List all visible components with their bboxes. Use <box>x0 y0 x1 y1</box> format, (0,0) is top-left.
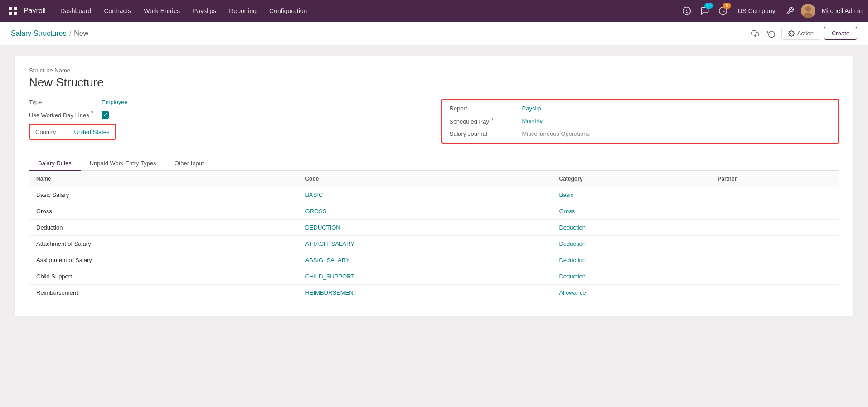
table-header-row: Name Code Category Partner <box>29 171 839 187</box>
main-content: Structure Name Type Employee Use Worked … <box>0 45 868 407</box>
svg-point-5 <box>687 12 688 13</box>
scheduled-pay-label: Scheduled Pay ? <box>450 117 522 125</box>
cell-category: Gross <box>552 203 710 220</box>
tab-other-input[interactable]: Other Input <box>165 156 213 171</box>
cell-partner <box>710 236 839 252</box>
right-highlight-box: Report Payslip Scheduled Pay ? Monthly S… <box>441 99 839 144</box>
structure-name-label: Structure Name <box>29 67 839 74</box>
settings-icon[interactable] <box>783 4 797 18</box>
support-icon[interactable] <box>679 4 694 18</box>
col-header-category: Category <box>552 171 710 187</box>
activity-icon[interactable]: 40 <box>716 4 730 18</box>
tab-salary-rules[interactable]: Salary Rules <box>29 156 81 171</box>
action-button[interactable]: Action <box>781 27 820 40</box>
chat-icon[interactable]: 17 <box>698 4 712 18</box>
salary-journal-value[interactable]: Miscellaneous Operations <box>522 130 590 137</box>
breadcrumb-current: New <box>74 29 88 38</box>
svg-rect-0 <box>9 7 12 10</box>
svg-point-11 <box>790 33 792 34</box>
discard-button[interactable] <box>765 27 778 40</box>
country-highlight-box: Country United States <box>29 124 116 140</box>
cell-name: Child Support <box>29 268 298 285</box>
scheduled-pay-value[interactable]: Monthly <box>522 118 543 124</box>
report-label: Report <box>450 105 522 112</box>
form-two-column: Type Employee Use Worked Day Lines ? Cou… <box>29 99 839 145</box>
cell-name: Attachment of Salary <box>29 236 298 252</box>
cell-name: Assignment of Salary <box>29 252 298 268</box>
cell-name: Basic Salary <box>29 187 298 203</box>
worked-day-lines-field-row: Use Worked Day Lines ? <box>29 111 427 119</box>
scheduled-pay-field-row: Scheduled Pay ? Monthly <box>450 117 831 125</box>
create-button[interactable]: Create <box>824 27 857 40</box>
country-field-row: Country United States <box>29 124 427 140</box>
worked-day-lines-checkbox[interactable] <box>102 111 109 119</box>
worked-day-help-icon[interactable]: ? <box>91 111 93 116</box>
breadcrumb-bar: Salary Structures / New Action Create <box>0 22 868 45</box>
nav-dashboard[interactable]: Dashboard <box>55 5 97 17</box>
breadcrumb-actions: Action Create <box>749 27 857 40</box>
app-name: Payroll <box>24 7 46 15</box>
breadcrumb-parent[interactable]: Salary Structures <box>11 29 67 38</box>
cell-category: Deduction <box>552 236 710 252</box>
svg-rect-1 <box>14 7 17 10</box>
save-manually-button[interactable] <box>749 27 761 40</box>
breadcrumb: Salary Structures / New <box>11 29 88 38</box>
type-field-row: Type Employee <box>29 99 427 105</box>
user-name: Mitchell Admin <box>822 7 863 14</box>
salary-journal-field-row: Salary Journal Miscellaneous Operations <box>450 130 831 137</box>
activity-badge: 40 <box>723 3 731 9</box>
avatar[interactable] <box>801 4 815 18</box>
cell-category: Deduction <box>552 268 710 285</box>
cell-code: GROSS <box>298 203 552 220</box>
cell-name: Gross <box>29 203 298 220</box>
type-value[interactable]: Employee <box>102 99 128 105</box>
top-navigation: Payroll Dashboard Contracts Work Entries… <box>0 0 868 22</box>
salary-rules-table: Name Code Category Partner Basic SalaryB… <box>29 171 839 301</box>
cell-partner <box>710 268 839 285</box>
nav-work-entries[interactable]: Work Entries <box>138 5 185 17</box>
country-value[interactable]: United States <box>74 129 110 135</box>
table-row[interactable]: DeductionDEDUCTIONDeduction <box>29 220 839 236</box>
table-row[interactable]: Assignment of SalaryASSIG_SALARYDeductio… <box>29 252 839 268</box>
form-right-column: Report Payslip Scheduled Pay ? Monthly S… <box>441 99 839 145</box>
nav-contracts[interactable]: Contracts <box>98 5 136 17</box>
cell-category: Basic <box>552 187 710 203</box>
worked-day-lines-label: Use Worked Day Lines ? <box>29 111 102 119</box>
cell-category: Deduction <box>552 252 710 268</box>
nav-reporting[interactable]: Reporting <box>223 5 262 17</box>
nav-payslips[interactable]: Payslips <box>187 5 222 17</box>
cell-partner <box>710 187 839 203</box>
cell-code: CHILD_SUPPORT <box>298 268 552 285</box>
report-value[interactable]: Payslip <box>522 105 541 112</box>
app-grid-icon[interactable] <box>5 4 20 18</box>
salary-journal-label: Salary Journal <box>450 130 522 137</box>
cell-partner <box>710 203 839 220</box>
svg-point-8 <box>805 6 811 12</box>
col-header-partner: Partner <box>710 171 839 187</box>
table-row[interactable]: Child SupportCHILD_SUPPORTDeduction <box>29 268 839 285</box>
form-left-column: Type Employee Use Worked Day Lines ? Cou… <box>29 99 427 145</box>
cell-code: BASIC <box>298 187 552 203</box>
structure-name-field: Structure Name <box>29 67 839 90</box>
table-row[interactable]: Attachment of SalaryATTACH_SALARYDeducti… <box>29 236 839 252</box>
table-row[interactable]: Basic SalaryBASICBasic <box>29 187 839 203</box>
cell-partner <box>710 220 839 236</box>
structure-name-input[interactable] <box>29 76 839 90</box>
cell-name: Deduction <box>29 220 298 236</box>
chat-badge: 17 <box>704 3 713 9</box>
col-header-name: Name <box>29 171 298 187</box>
cell-partner <box>710 285 839 301</box>
form-card: Structure Name Type Employee Use Worked … <box>15 56 853 316</box>
cell-code: REIMBURSEMENT <box>298 285 552 301</box>
scheduled-pay-help-icon[interactable]: ? <box>491 117 494 122</box>
tab-unpaid-work-entry-types[interactable]: Unpaid Work Entry Types <box>81 156 165 171</box>
nav-configuration[interactable]: Configuration <box>264 5 312 17</box>
cell-code: ATTACH_SALARY <box>298 236 552 252</box>
table-row[interactable]: ReimbursementREIMBURSEMENTAllowance <box>29 285 839 301</box>
action-label: Action <box>797 30 814 37</box>
table-row[interactable]: GrossGROSSGross <box>29 203 839 220</box>
col-header-code: Code <box>298 171 552 187</box>
breadcrumb-separator: / <box>69 29 71 38</box>
cell-name: Reimbursement <box>29 285 298 301</box>
svg-rect-3 <box>14 12 17 15</box>
